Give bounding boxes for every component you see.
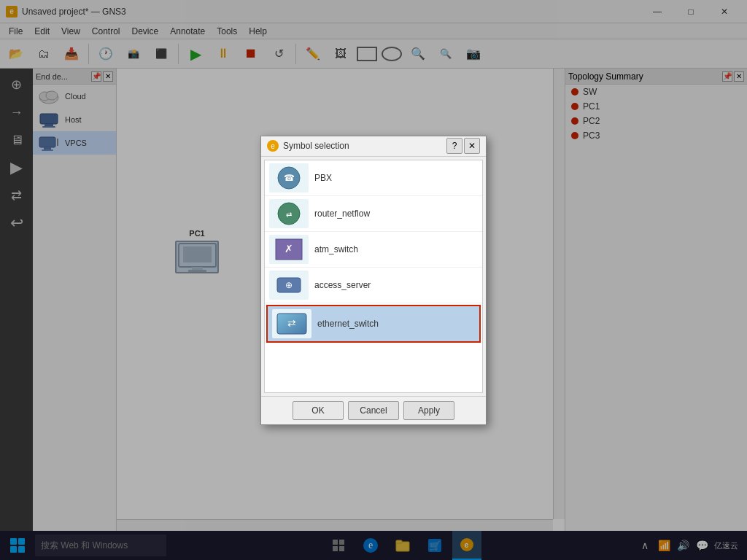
svg-text:⊕: ⊕ (285, 280, 293, 290)
symbol-item-router-netflow[interactable]: ⇄ router_netflow (265, 196, 482, 232)
modal-footer: OK Cancel Apply (261, 396, 486, 424)
modal-overlay: e Symbol selection ? ✕ ☎ PBX (0, 0, 747, 560)
symbol-item-ethernet-switch[interactable]: ⇄ ethernet_switch (266, 305, 481, 343)
modal-title: Symbol selection (283, 141, 349, 151)
apply-button[interactable]: Apply (403, 401, 454, 420)
svg-text:✗: ✗ (285, 243, 293, 254)
modal-body: ☎ PBX ⇄ router_netflow (261, 157, 486, 396)
symbol-item-pbx[interactable]: ☎ PBX (265, 160, 482, 196)
modal-title-left: e Symbol selection (267, 140, 349, 152)
svg-text:⇄: ⇄ (286, 211, 292, 219)
router-netflow-thumb: ⇄ (269, 199, 309, 228)
router-netflow-name: router_netflow (314, 209, 370, 219)
access-server-name: access_server (314, 280, 371, 290)
svg-text:⇄: ⇄ (287, 317, 296, 329)
symbol-item-access-server[interactable]: ⊕ access_server (265, 268, 482, 303)
symbol-item-atm-switch[interactable]: ✗ atm_switch (265, 232, 482, 268)
ethernet-switch-thumb: ⇄ (272, 309, 311, 338)
atm-switch-name: atm_switch (314, 244, 358, 254)
ok-button[interactable]: OK (293, 401, 344, 420)
atm-switch-thumb: ✗ (269, 235, 309, 264)
svg-text:☎: ☎ (284, 173, 295, 183)
symbol-list[interactable]: ☎ PBX ⇄ router_netflow (264, 160, 483, 393)
ethernet-switch-name: ethernet_switch (317, 319, 379, 329)
pbx-thumb: ☎ (269, 163, 309, 192)
modal-app-icon: e (267, 140, 279, 152)
cancel-button[interactable]: Cancel (348, 401, 399, 420)
access-server-thumb: ⊕ (269, 271, 309, 300)
modal-close-button[interactable]: ✕ (464, 138, 480, 154)
pbx-name: PBX (314, 173, 332, 183)
modal-titlebar: e Symbol selection ? ✕ (261, 136, 486, 157)
modal-help-button[interactable]: ? (446, 138, 462, 154)
symbol-selection-dialog: e Symbol selection ? ✕ ☎ PBX (260, 136, 487, 425)
modal-title-buttons[interactable]: ? ✕ (446, 138, 480, 154)
